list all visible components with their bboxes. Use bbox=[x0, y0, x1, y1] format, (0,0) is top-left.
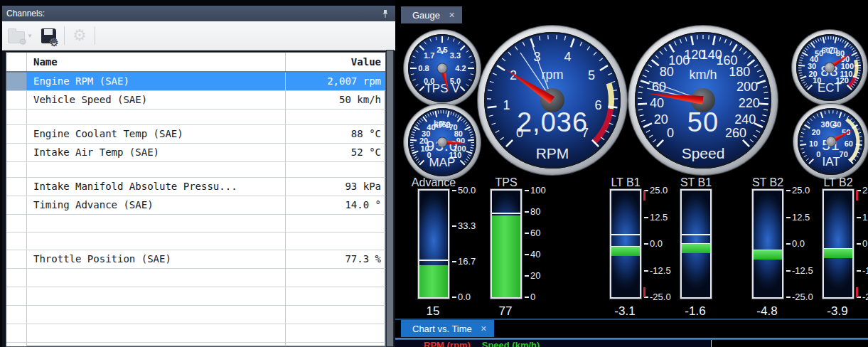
row-gutter[interactable] bbox=[6, 144, 27, 161]
channel-value bbox=[285, 324, 385, 342]
right-dock-area: Gauge ✕ 0.00.81.72.53.34.25.0VTPS V01020… bbox=[395, 0, 868, 347]
channel-name bbox=[27, 324, 285, 342]
tpsv-gauge: 0.00.81.72.53.34.25.0VTPS V bbox=[404, 30, 481, 107]
channel-value bbox=[285, 306, 385, 324]
gauge-face: 0.00.81.72.53.34.25.0VTPS V bbox=[408, 34, 476, 102]
bar-value: -3.9 bbox=[807, 304, 868, 319]
channel-row[interactable] bbox=[6, 233, 385, 250]
bar-track bbox=[680, 189, 712, 299]
column-header-value[interactable]: Value bbox=[285, 53, 385, 71]
close-icon[interactable]: ✕ bbox=[481, 324, 487, 333]
channel-row[interactable]: Timing Advance (SAE)14.0 ° bbox=[6, 196, 385, 215]
row-gutter[interactable] bbox=[6, 215, 27, 232]
bar-value: 15 bbox=[402, 304, 464, 319]
channel-row[interactable] bbox=[6, 306, 385, 324]
row-gutter[interactable] bbox=[6, 73, 27, 90]
channels-title: Channels: bbox=[6, 9, 380, 18]
bar-track bbox=[752, 189, 783, 299]
tab-gauge[interactable]: Gauge ✕ bbox=[401, 6, 462, 23]
gauge-tick-label: 4.2 bbox=[455, 64, 466, 73]
gauge-unit-label: °C bbox=[796, 45, 863, 56]
bar-title: LT B2 bbox=[803, 176, 868, 189]
ltb2-bar-gauge: LT B225.012.50.0-12.5-25.0-3.9 bbox=[801, 176, 868, 320]
ect-gauge: 102030405060708090100110120°C88ECT bbox=[792, 30, 867, 105]
bar-warning-zone bbox=[856, 191, 858, 201]
channel-row[interactable] bbox=[6, 110, 385, 125]
gauge-face: 0102030405060708090100110kPa93.0MAP bbox=[408, 108, 476, 176]
save-gear-icon: ⚙ bbox=[41, 28, 56, 43]
channel-row[interactable]: Engine Coolant Temp (SAE)88 °C bbox=[6, 125, 385, 144]
channel-value: 77.3 % bbox=[285, 250, 385, 268]
channel-row[interactable]: Throttle Position (SAE)77.3 % bbox=[6, 250, 385, 269]
channel-value: 0.607 V bbox=[285, 343, 385, 347]
bar-tick bbox=[525, 190, 529, 191]
gauge-tick-label: 4 bbox=[564, 49, 571, 64]
row-gutter[interactable] bbox=[6, 233, 27, 250]
chart-legend-strip: RPM (rpm)Speed (km/h) bbox=[395, 340, 868, 347]
load-channels-button[interactable]: ⚙ ▼ bbox=[5, 24, 36, 47]
bar-tick-label: 100 bbox=[530, 185, 564, 196]
row-header-gutter bbox=[6, 53, 27, 71]
row-gutter[interactable] bbox=[6, 196, 27, 214]
channel-value: 50 km/h bbox=[285, 91, 385, 109]
channel-value: 88 °C bbox=[285, 125, 385, 143]
column-header-name[interactable]: Name bbox=[27, 53, 285, 71]
channel-row[interactable] bbox=[6, 287, 385, 306]
row-gutter[interactable] bbox=[6, 287, 27, 305]
channel-value: 14.0 ° bbox=[285, 196, 385, 214]
row-gutter[interactable] bbox=[6, 125, 27, 143]
bar-fill bbox=[419, 265, 448, 297]
bar-tick bbox=[452, 261, 456, 262]
channel-value bbox=[285, 110, 385, 124]
channel-row[interactable] bbox=[6, 324, 385, 343]
chart-legend: RPM (rpm)Speed (km/h) bbox=[424, 340, 540, 347]
tab-chart-vs-time[interactable]: Chart vs. Time ✕ bbox=[401, 320, 494, 337]
row-gutter[interactable] bbox=[6, 178, 27, 196]
channel-row[interactable]: Intake Manifold Absolute Pressu...93 kPa bbox=[6, 178, 385, 196]
gauge-name-label: Speed bbox=[635, 145, 771, 162]
vertical-scrollbar[interactable] bbox=[386, 50, 394, 347]
channel-row[interactable]: Engine RPM (SAE)2,007 rpm bbox=[6, 73, 385, 91]
bar-tick bbox=[452, 225, 456, 227]
gauge-name-label: IAT bbox=[798, 155, 864, 169]
channel-row[interactable]: O2 Voltage B1S1 (SAE)0.607 V bbox=[6, 343, 385, 347]
bar-tick bbox=[786, 243, 791, 245]
row-gutter[interactable] bbox=[6, 110, 27, 124]
channel-value bbox=[285, 215, 385, 232]
bar-warning-zone bbox=[643, 191, 645, 201]
bar-value-band bbox=[611, 246, 640, 256]
bar-peak-marker bbox=[611, 234, 640, 235]
row-gutter[interactable] bbox=[6, 343, 27, 347]
channel-name: Throttle Position (SAE) bbox=[27, 250, 285, 268]
row-gutter[interactable] bbox=[6, 269, 27, 287]
gauge-tabbar: Gauge ✕ bbox=[395, 0, 868, 23]
channel-row[interactable] bbox=[6, 162, 385, 178]
channel-row[interactable]: Intake Air Temp (SAE)52 °C bbox=[6, 144, 385, 162]
channel-name: O2 Voltage B1S1 (SAE) bbox=[27, 343, 285, 347]
channel-row[interactable] bbox=[6, 269, 385, 287]
channel-value: 52 °C bbox=[285, 144, 385, 161]
legend-item: RPM (rpm) bbox=[424, 340, 471, 347]
row-gutter[interactable] bbox=[6, 162, 27, 177]
bar-track bbox=[418, 189, 449, 299]
row-gutter[interactable] bbox=[6, 306, 27, 324]
channel-row[interactable]: Vehicle Speed (SAE)50 km/h bbox=[6, 91, 385, 110]
row-gutter[interactable] bbox=[6, 91, 27, 109]
bar-tick bbox=[525, 275, 529, 277]
row-gutter[interactable] bbox=[6, 324, 27, 342]
bar-tick bbox=[857, 270, 861, 272]
channel-value: 93 kPa bbox=[285, 178, 385, 196]
toolbar-separator bbox=[64, 26, 65, 45]
save-channels-button[interactable]: ⚙ bbox=[38, 24, 59, 47]
channel-row[interactable] bbox=[6, 215, 385, 233]
bar-tick bbox=[857, 217, 861, 218]
configure-channels-button[interactable]: ⚙ bbox=[70, 24, 90, 47]
close-icon[interactable]: ✕ bbox=[449, 11, 455, 20]
bar-peak-marker bbox=[492, 213, 520, 214]
pin-icon[interactable] bbox=[380, 8, 391, 19]
channels-table-body: Engine RPM (SAE)2,007 rpmVehicle Speed (… bbox=[6, 73, 385, 347]
row-gutter[interactable] bbox=[6, 250, 27, 268]
bar-track bbox=[823, 189, 854, 299]
channel-name bbox=[27, 215, 285, 232]
toolbar-separator bbox=[95, 26, 95, 45]
